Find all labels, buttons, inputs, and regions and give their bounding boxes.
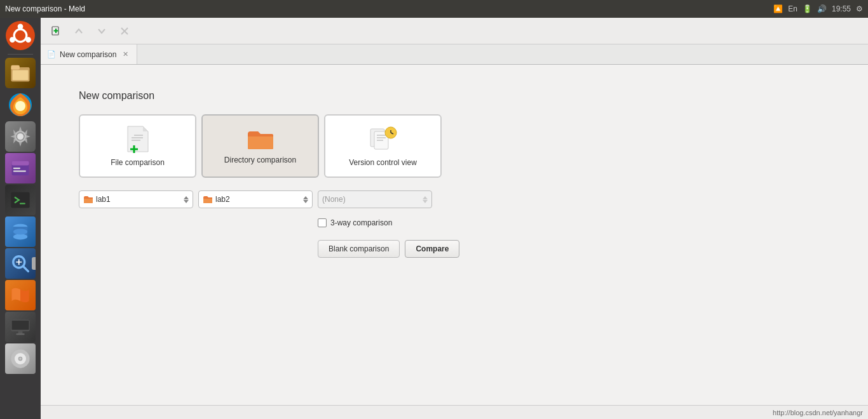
folder2-arrow xyxy=(303,196,308,203)
titlebar-power-icon: ⚙ xyxy=(856,4,863,13)
action-buttons-row: Blank comparison Compare xyxy=(318,240,459,258)
folder-svg xyxy=(247,128,275,150)
folder3-arrow xyxy=(423,196,428,203)
svg-rect-7 xyxy=(13,70,29,81)
app-area: 📄 New comparison ✕ New comparison xyxy=(41,18,868,419)
terminal-svg xyxy=(9,189,32,211)
file-comparison-icon xyxy=(125,125,151,153)
x-icon xyxy=(119,26,130,36)
blank-comparison-button[interactable]: Blank comparison xyxy=(318,240,400,258)
tab-icon: 📄 xyxy=(47,50,56,58)
svg-rect-17 xyxy=(11,192,29,208)
main-content: New comparison xyxy=(41,65,868,405)
sidebar-item-search[interactable] xyxy=(5,248,36,279)
sidebar-item-files[interactable] xyxy=(5,58,36,88)
sidebar-item-terminal[interactable] xyxy=(5,185,36,215)
statusbar-url: http://blog.csdn.net/yanhangr xyxy=(773,409,863,416)
db-svg xyxy=(9,220,32,243)
svg-rect-30 xyxy=(16,333,25,335)
down-arrow-icon xyxy=(97,26,107,36)
search-icon[interactable] xyxy=(5,248,36,279)
svg-point-4 xyxy=(10,37,15,43)
folder-selectors-row: lab1 lab2 xyxy=(79,190,432,208)
sidebar-item-display[interactable] xyxy=(5,312,36,342)
settings-icon[interactable] xyxy=(5,121,36,152)
file-svg xyxy=(125,125,151,153)
db-icon[interactable] xyxy=(5,216,36,247)
titlebar-network-icon: 🔼 xyxy=(773,4,783,13)
file-comparison-label: File comparison xyxy=(111,158,165,167)
titlebar-volume-icon: 🔊 xyxy=(817,4,827,13)
svg-rect-18 xyxy=(20,203,25,204)
sidebar-item-cd[interactable] xyxy=(5,343,36,374)
panel-svg xyxy=(9,157,32,180)
up-arrow-icon xyxy=(74,26,84,36)
ubuntu-logo-icon[interactable] xyxy=(5,20,36,51)
section-title: New comparison xyxy=(79,90,154,102)
cd-svg xyxy=(9,347,32,370)
firefox-svg xyxy=(6,91,34,119)
titlebar-controls: 🔼 En 🔋 🔊 19:55 ⚙ xyxy=(773,4,863,13)
folder3-select[interactable]: (None) xyxy=(318,190,432,208)
display-icon[interactable] xyxy=(5,312,36,342)
sidebar-item-db[interactable] xyxy=(5,216,36,247)
svg-point-2 xyxy=(18,23,24,29)
vc-svg xyxy=(369,125,397,153)
settings-svg xyxy=(9,125,32,148)
svg-rect-14 xyxy=(12,161,29,166)
ubuntu-svg xyxy=(5,20,36,51)
titlebar-lang: En xyxy=(788,4,797,13)
statusbar: http://blog.csdn.net/yanhangr xyxy=(41,405,868,419)
folder2-select[interactable]: lab2 xyxy=(198,190,313,208)
files-svg xyxy=(9,62,32,84)
folder3-value: (None) xyxy=(322,195,346,204)
sidebar-active-indicator xyxy=(32,257,36,270)
folder1-value: lab1 xyxy=(96,195,111,204)
sidebar-item-panel[interactable] xyxy=(5,153,36,183)
folder1-select[interactable]: lab1 xyxy=(79,190,193,208)
file-comparison-card[interactable]: File comparison xyxy=(79,114,196,178)
threeway-row: 3-way comparison xyxy=(318,218,392,227)
svg-point-34 xyxy=(19,357,21,359)
scroll-down-button[interactable] xyxy=(92,21,112,41)
sidebar xyxy=(0,18,41,419)
sidebar-item-firefox[interactable] xyxy=(5,90,36,120)
sidebar-item-ubuntu[interactable] xyxy=(5,20,36,51)
scroll-up-button[interactable] xyxy=(69,21,89,41)
files-icon[interactable] xyxy=(5,58,36,88)
new-comparison-tab[interactable]: 📄 New comparison ✕ xyxy=(41,44,137,64)
tab-close-button[interactable]: ✕ xyxy=(120,50,130,60)
version-control-label: Version control view xyxy=(349,158,417,167)
folder1-icon xyxy=(83,195,93,204)
compare-button[interactable]: Compare xyxy=(405,240,459,258)
sidebar-separator-1 xyxy=(8,54,33,55)
panel-icon[interactable] xyxy=(5,153,36,183)
terminal-icon[interactable] xyxy=(5,185,36,215)
display-svg xyxy=(9,316,32,338)
svg-line-24 xyxy=(24,267,29,272)
window: 📄 New comparison ✕ New comparison xyxy=(0,18,868,419)
svg-rect-16 xyxy=(13,170,26,171)
threeway-checkbox[interactable] xyxy=(318,218,327,227)
sidebar-item-settings[interactable] xyxy=(5,121,36,152)
svg-rect-15 xyxy=(13,168,20,169)
svg-point-22 xyxy=(13,229,28,235)
meld-icon[interactable] xyxy=(5,280,36,310)
comparison-type-cards: File comparison Directory comparison xyxy=(79,114,442,178)
titlebar: New comparison - Meld 🔼 En 🔋 🔊 19:55 ⚙ xyxy=(0,0,868,18)
folder1-arrow xyxy=(184,196,189,203)
svg-rect-6 xyxy=(11,65,20,70)
new-comparison-button[interactable] xyxy=(46,21,66,41)
close-comparison-button[interactable] xyxy=(114,21,135,41)
version-control-card[interactable]: Version control view xyxy=(324,114,442,178)
svg-point-9 xyxy=(15,101,25,111)
sidebar-item-meld[interactable] xyxy=(5,280,36,310)
tabbar: 📄 New comparison ✕ xyxy=(41,44,868,65)
cd-icon[interactable] xyxy=(5,343,36,374)
titlebar-battery-icon: 🔋 xyxy=(803,4,812,13)
svg-point-12 xyxy=(18,134,24,140)
new-icon xyxy=(51,26,61,36)
svg-rect-28 xyxy=(12,321,29,330)
firefox-icon[interactable] xyxy=(5,90,36,120)
directory-comparison-card[interactable]: Directory comparison xyxy=(201,114,319,178)
